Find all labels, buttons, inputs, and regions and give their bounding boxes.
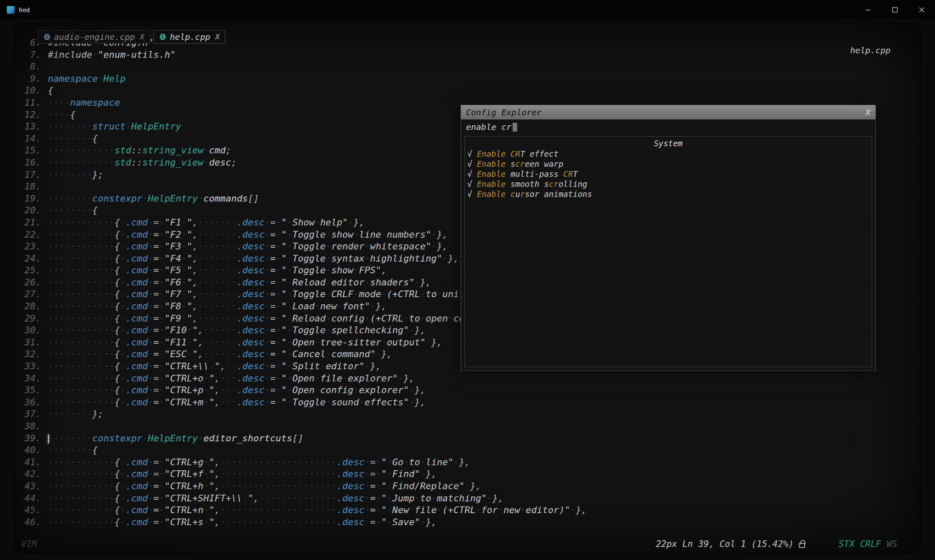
dialog-close-button[interactable]: X: [866, 108, 870, 117]
code-line[interactable]: 46.············{·.cmd·=·"CTRL+s·",······…: [18, 516, 587, 529]
code-token: ·: [159, 361, 164, 371]
code-line[interactable]: 37.········};: [18, 408, 587, 420]
maximize-button[interactable]: [881, 0, 908, 19]
code-token: ·: [198, 193, 203, 204]
code-token: {: [70, 109, 76, 120]
code-token: new: [320, 301, 337, 311]
code-token: .cmd: [125, 361, 148, 371]
close-button[interactable]: [908, 0, 935, 19]
code-token: ············: [48, 229, 115, 240]
code-token: =: [370, 469, 375, 479]
code-token: ·: [181, 301, 187, 311]
code-token: };: [92, 169, 104, 180]
code-token: ·: [120, 493, 125, 503]
code-token: ·: [148, 505, 153, 515]
code-token: {: [115, 289, 120, 299]
code-token: ,: [214, 505, 220, 515]
code-token: Go: [392, 457, 404, 467]
code-token: ············: [48, 385, 115, 395]
checkbox-checked-icon[interactable]: √: [467, 169, 477, 179]
code-line[interactable]: 10.{: [18, 85, 587, 97]
code-token: ,: [381, 265, 387, 275]
code-line[interactable]: 44.············{·.cmd·=·"CTRL+SHIFT+\\·"…: [18, 493, 587, 505]
checkbox-checked-icon[interactable]: √: [467, 159, 477, 169]
code-token: ·: [409, 505, 414, 515]
code-line[interactable]: 40.········{: [18, 444, 587, 456]
code-token: ···: [220, 397, 237, 407]
code-token: for: [481, 505, 498, 515]
code-token: {: [115, 517, 120, 527]
code-token: struct: [92, 121, 125, 132]
code-token: .desc: [237, 277, 264, 288]
code-line[interactable]: 35.············{·.cmd·=·"CTRL+p·",···.de…: [18, 384, 587, 397]
config-option[interactable]: √ Enable multi-pass CRT: [465, 169, 872, 179]
code-token: ·: [376, 493, 381, 503]
checkbox-checked-icon[interactable]: √: [467, 189, 477, 199]
code-line[interactable]: 41.············{·.cmd·=·"CTRL+g·",······…: [18, 456, 587, 469]
code-token: sound: [331, 397, 359, 407]
code-token: ·: [203, 469, 209, 479]
code-token: ············: [48, 325, 115, 335]
code-token: ·: [265, 313, 270, 324]
config-option[interactable]: √ Enable smooth scrolling: [465, 179, 872, 189]
code-token: .desc: [337, 457, 365, 467]
config-option[interactable]: √ Enable cursor animations: [465, 189, 872, 199]
window-titlebar[interactable]: fred: [0, 0, 935, 19]
code-token: ·: [181, 253, 187, 264]
code-token: .cmd: [125, 301, 148, 311]
code-line[interactable]: 7.#include·"enum-utils.h": [18, 49, 587, 61]
close-icon: [919, 7, 925, 13]
code-token: matching": [437, 493, 487, 503]
option-label-text: [506, 189, 510, 199]
tab-help[interactable]: C help.cpp X: [154, 30, 226, 44]
code-line[interactable]: 42.············{·.cmd·=·"CTRL+f·",······…: [18, 468, 587, 480]
tab-close-button[interactable]: X: [215, 33, 219, 41]
code-line[interactable]: 34.············{·.cmd·=·"CTRL+o·",···.de…: [18, 373, 587, 385]
code-token: ·: [287, 385, 292, 395]
code-line[interactable]: 45.············{·.cmd·=·"CTRL+n·",······…: [18, 504, 587, 516]
code-token: ·: [159, 517, 164, 527]
code-token: config: [320, 385, 353, 395]
code-token: .cmd: [125, 373, 148, 384]
checkbox-checked-icon[interactable]: √: [467, 179, 477, 189]
code-line[interactable]: 8.: [18, 61, 587, 73]
code-token: explorer": [348, 373, 398, 384]
config-option[interactable]: √ Enable screen warp: [465, 159, 872, 169]
code-token: ·: [409, 385, 414, 395]
code-token: ·: [203, 481, 209, 491]
code-line[interactable]: 38.: [18, 420, 587, 433]
code-token: };: [92, 409, 104, 419]
code-token: explorer": [359, 385, 409, 395]
line-number: 25.: [18, 264, 41, 277]
code-line[interactable]: 36.············{·.cmd·=·"CTRL+m·",···.de…: [18, 397, 587, 409]
code-token: ": [281, 313, 286, 324]
code-token: ········: [48, 121, 92, 132]
code-token: .cmd: [125, 325, 148, 335]
code-token: =: [154, 385, 159, 395]
code-line[interactable]: 43.············{·.cmd·=·"CTRL+h·",······…: [18, 480, 587, 493]
code-token: =: [154, 289, 159, 299]
code-line[interactable]: 39.········constexpr·HelpEntry·editor_sh…: [18, 433, 587, 445]
code-token: ,: [214, 373, 220, 384]
code-token: ": [381, 505, 387, 515]
checkbox-checked-icon[interactable]: √: [467, 149, 477, 158]
option-label-text: sor animations: [525, 189, 592, 199]
config-search-input[interactable]: enable cr: [461, 119, 875, 135]
code-token: ·: [159, 481, 164, 491]
code-token: ··: [226, 361, 237, 371]
code-token: ·: [326, 229, 331, 240]
code-token: string_view: [142, 157, 203, 168]
code-line[interactable]: 9.namespace·Help: [18, 73, 587, 85]
code-token: string_view: [142, 145, 203, 156]
code-token: ·: [198, 433, 203, 443]
tab-close-button[interactable]: X: [140, 33, 144, 41]
code-token: ·: [570, 505, 576, 515]
code-token: ·: [265, 349, 270, 359]
config-option[interactable]: √ Enable CRT effect: [465, 149, 872, 159]
tab-audio-engine[interactable]: C audio-engine.cpp X: [38, 30, 150, 44]
code-token: =: [154, 217, 159, 228]
minimize-button[interactable]: [854, 0, 881, 19]
code-token: ············: [48, 157, 115, 168]
code-token: ·: [431, 229, 437, 240]
code-token: ·: [365, 457, 370, 467]
